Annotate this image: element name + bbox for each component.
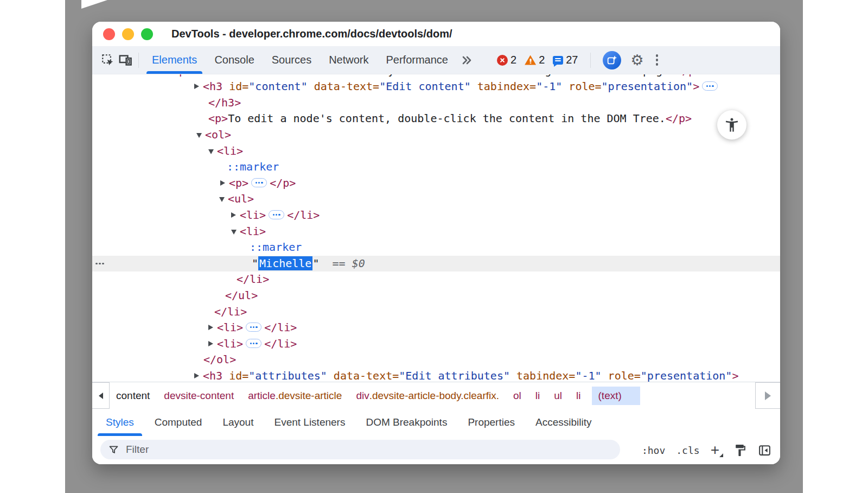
breadcrumb-item-ul[interactable]: ul [554,390,562,402]
breadcrumb-item-content[interactable]: content [116,390,150,402]
minimize-window-button[interactable] [122,28,134,40]
breadcrumb-item-li[interactable]: li [535,390,540,402]
breadcrumb-item-li[interactable]: li [576,390,580,402]
chevron-right-icon [765,391,771,400]
tab-console[interactable]: Console [206,46,263,74]
style-filter-field[interactable] [100,440,620,459]
breadcrumb-scroll-right-button[interactable] [755,382,780,409]
tab-elements[interactable]: Elements [143,46,206,74]
styles-toolbar-buttons: :hov .cls + [642,436,771,464]
dom-tree-row[interactable]: <li></li> [92,207,780,224]
dom-tree-row[interactable]: </li> [92,304,780,320]
tab-layout[interactable]: Layout [212,409,264,436]
dom-tree-row[interactable]: <h3 id="content" data-text="Edit content… [92,79,780,95]
dom-tree-row[interactable]: </ul> [92,288,780,304]
tab-event-listeners[interactable]: Event Listeners [264,409,355,436]
filter-input[interactable] [125,443,620,456]
status-badge-errors[interactable]: 2 [497,54,516,66]
toggle-element-state-button[interactable]: :hov [642,445,665,456]
dom-tree-row[interactable]: <p>To edit a node's content, double-clic… [92,111,780,127]
tab-sources[interactable]: Sources [263,46,320,74]
dom-tree-row[interactable]: <h3 id="attributes" data-text="Edit attr… [92,368,780,382]
more-tabs-button[interactable] [460,55,473,66]
expand-arrow-icon[interactable] [220,180,225,186]
code-token: id= [229,369,248,382]
breadcrumb-scroll-left-button[interactable] [92,382,110,409]
dom-tree-row[interactable]: <li> [92,143,780,160]
tab-label: Styles [106,416,134,428]
collapse-arrow-icon[interactable] [231,230,237,235]
expand-inline-ellipsis-button[interactable] [269,210,284,219]
tab-dom-breakpoints[interactable]: DOM Breakpoints [355,409,457,436]
expand-inline-ellipsis-button[interactable] [246,339,261,348]
tab-styles[interactable]: Styles [95,409,144,436]
expand-arrow-icon[interactable] [231,212,236,218]
dom-tree-row[interactable]: </li> [92,271,780,288]
issues-icon [553,56,563,65]
expand-arrow-icon[interactable] [194,84,199,89]
tab-label: Computed [155,416,202,428]
dom-tree-row[interactable]: <li> [92,224,780,240]
expand-arrow-icon[interactable] [208,341,213,346]
collapse-arrow-icon[interactable] [196,133,202,138]
code-token: == [319,257,352,270]
collapse-arrow-icon[interactable] [208,149,214,154]
dom-tree-row[interactable]: "Michelle" == $0 [92,256,780,272]
code-token: </li> [264,337,297,350]
tab-accessibility[interactable]: Accessibility [525,409,602,436]
dom-tree-row[interactable]: <ul> [92,191,780,207]
code-token: <p> [229,176,248,189]
dom-tree-row[interactable]: <li></li> [92,320,780,336]
breadcrumb-item-div-devsite-article-body-clearfix[interactable]: div.devsite-article-body.clearfix. [356,390,499,402]
dom-tree-row[interactable]: <ol> [92,127,780,143]
expand-inline-ellipsis-button[interactable] [702,81,718,91]
status-badge-warnings[interactable]: 2 [525,54,545,66]
dom-tree-row[interactable]: <p></p> [92,175,780,192]
tab-network[interactable]: Network [320,46,377,74]
close-window-button[interactable] [103,28,115,40]
code-token: ::marker [227,160,279,173]
inspect-element-button[interactable] [99,52,117,69]
toolbar-divider [138,53,139,68]
dom-tree-row[interactable]: p>You can edit the DOM on the fly and se… [92,74,780,79]
code-token: > [693,80,699,93]
dom-tree-row[interactable]: ::marker [92,159,780,175]
expand-arrow-icon[interactable] [208,325,213,330]
status-badge-issuess[interactable]: 27 [553,54,578,66]
breadcrumb-item-devsite-content[interactable]: devsite-content [164,390,234,402]
dom-tree-row[interactable]: ::marker [92,239,780,256]
ai-assistance-button[interactable] [603,51,621,69]
devtools-window: DevTools - developer.chrome.com/docs/dev… [92,22,780,464]
device-toolbar-button[interactable] [117,52,134,69]
tab-label: Network [329,54,368,66]
gray-backdrop: DevTools - developer.chrome.com/docs/dev… [65,0,803,493]
tab-performance[interactable]: Performance [378,46,457,74]
dom-tree-panel[interactable]: p>You can edit the DOM on the fly and se… [92,74,780,382]
settings-button[interactable]: ⚙ [629,52,646,69]
dom-tree-row[interactable]: </ol> [92,352,780,368]
breadcrumb-item-ol[interactable]: ol [513,390,521,402]
breadcrumb-item-article-devsite-article[interactable]: article.devsite-article [248,390,342,402]
dom-tree-row[interactable]: </h3> [92,95,780,111]
expand-inline-ellipsis-button[interactable] [251,178,267,187]
breadcrumb-item-text[interactable]: (text) [592,387,640,405]
new-style-rule-button[interactable]: + [711,443,723,458]
dom-tree-row[interactable]: <li></li> [92,336,780,352]
collapse-arrow-icon[interactable] [219,197,225,202]
crumb-text: ul [554,390,562,402]
expand-arrow-icon[interactable] [194,373,199,378]
code-token: p> [179,74,192,77]
expand-inline-ellipsis-button[interactable] [246,323,261,332]
row-actions-dots[interactable] [95,256,104,272]
code-token: "-1" [575,369,601,382]
kebab-menu-button[interactable] [654,52,663,67]
crumb-text: (text) [598,390,622,402]
dom-node-text: <h3 id="attributes" data-text="Edit attr… [203,368,738,382]
element-classes-button[interactable]: .cls [676,445,699,456]
zoom-window-button[interactable] [141,28,153,40]
tab-computed[interactable]: Computed [144,409,213,436]
dom-node-text: </li> [214,304,247,320]
format-paint-button[interactable] [733,444,747,457]
tab-properties[interactable]: Properties [457,409,525,436]
sidebar-toggle-button[interactable] [758,444,771,457]
